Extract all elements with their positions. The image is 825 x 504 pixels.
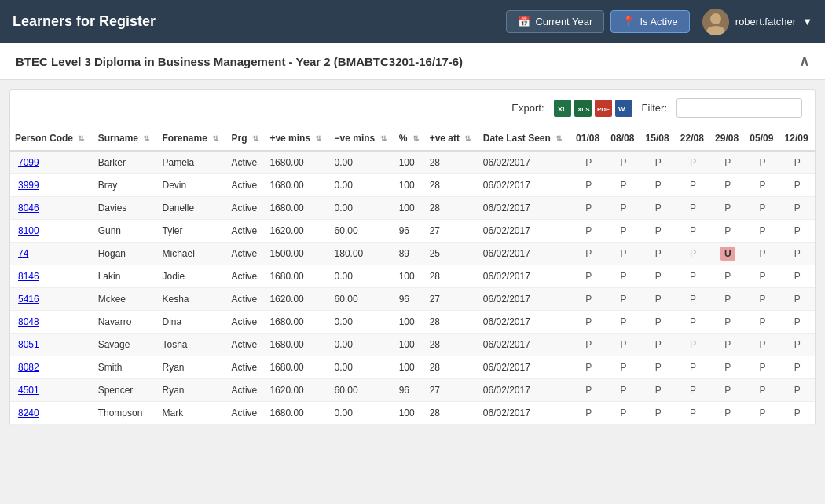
neg-mins-cell: 60.00 <box>330 288 394 311</box>
col-forename[interactable]: Forename ⇅ <box>157 126 226 151</box>
attendance-cell: P <box>676 288 710 311</box>
filter-input[interactable] <box>676 98 802 118</box>
table-row: 8048NavarroDinaActive1680.000.001002806/… <box>10 311 815 334</box>
forename-cell: Devin <box>157 174 226 197</box>
attendance-cell: P <box>710 334 745 356</box>
prg-cell: Active <box>227 197 266 220</box>
surname-cell: Navarro <box>94 311 158 334</box>
pos-att-cell: 28 <box>425 197 478 220</box>
attendance-cell: P <box>676 379 710 402</box>
col-pct[interactable]: % ⇅ <box>394 126 425 151</box>
attendance-cell: P <box>606 334 640 356</box>
table-row: 8046DaviesDanelleActive1680.000.00100280… <box>10 197 815 220</box>
pos-att-cell: 25 <box>425 243 478 265</box>
table-row: 8051SavageToshaActive1680.000.001002806/… <box>10 334 815 356</box>
present-mark: P <box>655 157 662 168</box>
attendance-cell: P <box>641 151 676 174</box>
attendance-cell: P <box>641 288 676 311</box>
export-icons: XL XLS PDF W <box>554 100 632 117</box>
attendance-cell: P <box>571 151 606 174</box>
present-mark: P <box>655 203 662 214</box>
person-code-cell: 8082 <box>10 356 94 379</box>
col-prg[interactable]: Prg ⇅ <box>227 126 266 151</box>
export-xls-button[interactable]: XL <box>554 100 571 117</box>
present-mark: P <box>759 294 765 305</box>
attendance-cell: P <box>571 174 606 197</box>
attendance-cell: P <box>676 311 710 334</box>
person-code-link[interactable]: 8048 <box>18 316 39 327</box>
current-year-button[interactable]: 📅 Current Year <box>506 10 604 33</box>
present-mark: P <box>585 294 592 305</box>
col-05-09: 05/09 <box>745 126 779 151</box>
export-xlsx-button[interactable]: XLS <box>574 100 592 117</box>
attendance-cell: P <box>606 356 640 379</box>
col-surname[interactable]: Surname ⇅ <box>94 126 158 151</box>
person-code-link[interactable]: 8051 <box>18 339 39 350</box>
present-mark: P <box>724 385 731 396</box>
collapse-button[interactable]: ∧ <box>799 54 809 68</box>
neg-mins-cell: 0.00 <box>330 356 394 379</box>
table-body: 7099BarkerPamelaActive1680.000.001002806… <box>10 151 815 425</box>
attendance-cell: P <box>780 379 815 402</box>
attendance-cell: P <box>641 197 676 220</box>
present-mark: P <box>690 157 696 168</box>
forename-cell: Michael <box>157 243 226 265</box>
col-29-08: 29/08 <box>710 126 745 151</box>
pos-mins-cell: 1680.00 <box>265 402 329 425</box>
attendance-cell: P <box>710 174 745 197</box>
person-code-link[interactable]: 8146 <box>18 271 39 282</box>
attendance-cell: P <box>676 151 710 174</box>
present-mark: P <box>794 339 801 350</box>
present-mark: P <box>690 316 696 327</box>
person-code-cell: 7099 <box>10 151 94 174</box>
table-container: Person Code ⇅ Surname ⇅ Forename ⇅ Prg ⇅… <box>10 126 815 425</box>
person-code-link[interactable]: 74 <box>18 248 28 259</box>
attendance-cell: P <box>780 265 815 288</box>
date-last-seen-cell: 06/02/2017 <box>478 379 571 402</box>
col-person-code[interactable]: Person Code ⇅ <box>10 126 94 151</box>
table-row: 7099BarkerPamelaActive1680.000.001002806… <box>10 151 815 174</box>
present-mark: P <box>655 407 662 418</box>
person-code-link[interactable]: 7099 <box>18 157 39 168</box>
col-pos-mins[interactable]: +ve mins ⇅ <box>265 126 329 151</box>
present-mark: P <box>690 407 696 418</box>
col-pos-att[interactable]: +ve att ⇅ <box>425 126 478 151</box>
export-word-button[interactable]: W <box>615 100 632 117</box>
present-mark: P <box>759 362 765 373</box>
present-mark: P <box>585 316 592 327</box>
attendance-cell: P <box>710 197 745 220</box>
pos-att-cell: 28 <box>425 334 478 356</box>
present-mark: P <box>585 248 592 259</box>
person-code-link[interactable]: 8046 <box>18 203 39 214</box>
pos-mins-cell: 1680.00 <box>265 311 329 334</box>
is-active-button[interactable]: 📍 Is Active <box>610 10 689 33</box>
person-code-link[interactable]: 8100 <box>18 225 39 236</box>
export-pdf-button[interactable]: PDF <box>595 100 612 117</box>
attendance-cell: P <box>780 197 815 220</box>
neg-mins-cell: 180.00 <box>330 243 394 265</box>
present-mark: P <box>585 362 592 373</box>
person-code-cell: 8100 <box>10 220 94 243</box>
surname-cell: Spencer <box>94 379 158 402</box>
forename-cell: Tyler <box>157 220 226 243</box>
person-code-link[interactable]: 3999 <box>18 180 39 191</box>
person-code-link[interactable]: 4501 <box>18 385 39 396</box>
present-mark: P <box>794 157 801 168</box>
col-neg-mins[interactable]: −ve mins ⇅ <box>330 126 394 151</box>
svg-text:XL: XL <box>558 105 567 113</box>
present-mark: P <box>724 271 731 282</box>
attendance-cell: P <box>641 220 676 243</box>
present-mark: P <box>655 271 662 282</box>
person-code-link[interactable]: 8082 <box>18 362 39 373</box>
col-15-08: 15/08 <box>641 126 676 151</box>
person-code-link[interactable]: 5416 <box>18 294 39 305</box>
pct-cell: 100 <box>394 151 425 174</box>
attendance-cell: P <box>780 402 815 425</box>
present-mark: P <box>724 407 731 418</box>
col-date-last-seen[interactable]: Date Last Seen ⇅ <box>478 126 571 151</box>
pos-att-cell: 27 <box>425 220 478 243</box>
person-code-link[interactable]: 8240 <box>18 407 39 418</box>
learners-table: Person Code ⇅ Surname ⇅ Forename ⇅ Prg ⇅… <box>10 126 815 425</box>
present-mark: P <box>724 294 731 305</box>
attendance-cell: P <box>745 356 779 379</box>
